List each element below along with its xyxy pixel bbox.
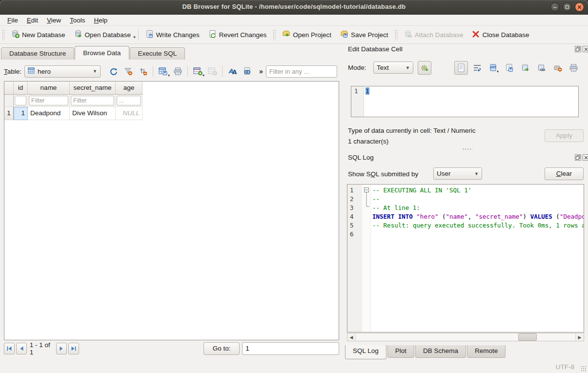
edit-cell-float-button[interactable] — [575, 46, 581, 52]
sql-log-hscrollbar[interactable]: ◀ ▶ — [347, 333, 584, 341]
filter-any-column-input[interactable] — [266, 65, 337, 78]
refresh-button[interactable] — [106, 65, 121, 78]
browse-separator-2 — [187, 66, 188, 77]
filter-input-name[interactable] — [29, 96, 68, 105]
link-icon — [537, 63, 546, 72]
menu-edit[interactable]: Edit — [22, 16, 42, 25]
clear-log-button[interactable]: Clear — [545, 167, 584, 180]
find-button[interactable] — [240, 65, 254, 78]
printer-icon — [173, 67, 182, 76]
table-label: Table: — [4, 68, 21, 75]
close-button[interactable] — [575, 2, 584, 12]
goto-button[interactable]: Go to: — [203, 342, 240, 355]
font-button[interactable]: AA — [225, 65, 240, 78]
resize-grip[interactable] — [581, 366, 587, 372]
mode-combo[interactable]: Text ▼ — [373, 62, 413, 74]
previous-page-button[interactable] — [16, 343, 27, 354]
export-to-file-button[interactable] — [504, 62, 515, 74]
scroll-track[interactable] — [355, 333, 576, 341]
revert-changes-label: Revert Changes — [219, 31, 267, 39]
filter-input-age[interactable] — [117, 96, 141, 105]
new-database-button[interactable]: New Database — [7, 27, 70, 42]
sql-log-close-button[interactable] — [583, 154, 588, 161]
apply-button[interactable]: Apply — [545, 129, 584, 142]
table-combo[interactable]: hero ▼ — [24, 65, 101, 78]
mode-combo-caret: ▼ — [401, 65, 410, 70]
new-record-dropdown-caret[interactable]: ▾ — [203, 73, 204, 78]
column-header-id[interactable]: id — [14, 82, 28, 95]
scroll-left-arrow[interactable]: ◀ — [347, 333, 355, 341]
cell-editor[interactable]: 1 1 — [351, 86, 579, 117]
cell-id[interactable]: 1 — [14, 107, 28, 120]
clear-filters-button[interactable] — [121, 65, 136, 78]
clear-sorting-button[interactable] — [136, 65, 150, 78]
print-cell-button[interactable] — [568, 62, 579, 74]
revert-changes-button[interactable]: Revert Changes — [204, 27, 271, 42]
close-database-button[interactable]: Close Database — [467, 28, 533, 42]
tab-browse-data[interactable]: Browse Data — [75, 46, 129, 60]
column-header-age[interactable]: age — [116, 82, 142, 95]
print-button[interactable] — [170, 65, 185, 78]
goto-input[interactable] — [242, 342, 339, 355]
cell-secret-name[interactable]: Dive Wilson — [70, 107, 116, 120]
menu-help[interactable]: Help — [90, 16, 112, 25]
first-page-button[interactable] — [4, 343, 15, 354]
import-dropdown-caret[interactable]: ▾ — [497, 69, 499, 74]
toolbar-drag-handle-3[interactable] — [395, 29, 398, 40]
menu-view[interactable]: View — [42, 16, 65, 25]
dock-tab-db-schema[interactable]: DB Schema — [415, 345, 466, 358]
edit-cell-close-button[interactable] — [583, 46, 588, 52]
delete-record-button[interactable] — [205, 65, 220, 78]
minimize-button[interactable] — [550, 2, 560, 12]
filter-input-id[interactable] — [15, 96, 26, 105]
save-project-button[interactable]: Save Project — [336, 27, 393, 42]
maximize-button[interactable] — [563, 2, 572, 12]
open-database-button[interactable]: Open Database — [70, 27, 136, 42]
cell-age-null[interactable]: NULL — [116, 107, 142, 120]
open-project-button[interactable]: Open Project — [278, 27, 336, 42]
scroll-thumb[interactable] — [518, 333, 537, 341]
table-combo-value: hero — [38, 68, 51, 75]
tab-database-structure[interactable]: Database Structure — [1, 47, 74, 60]
menu-file[interactable]: File — [3, 16, 22, 25]
attach-database-button[interactable]: Attach Database — [400, 27, 468, 42]
auto-switch-mode-button[interactable] — [418, 61, 431, 75]
filter-input-secret-name[interactable] — [71, 96, 114, 105]
new-record-button[interactable]: ▾ — [190, 65, 205, 78]
set-null-button[interactable] — [552, 62, 564, 74]
toolbar-overflow-chevron[interactable]: » — [259, 67, 263, 75]
toolbar-drag-handle[interactable] — [2, 29, 5, 40]
open-database-dropdown-caret[interactable]: ▾ — [133, 35, 136, 40]
tab-execute-sql[interactable]: Execute SQL — [130, 47, 185, 60]
column-header-name[interactable]: name — [28, 82, 70, 95]
toolbar-separator — [138, 29, 139, 40]
scroll-right-arrow[interactable]: ▶ — [576, 333, 584, 341]
row-header-1[interactable]: 1 — [4, 107, 14, 120]
word-wrap-button[interactable] — [471, 62, 483, 74]
last-page-button[interactable] — [68, 343, 79, 354]
write-changes-button[interactable]: Write Changes — [141, 27, 204, 42]
next-page-button[interactable] — [56, 343, 67, 354]
grid-corner-cell[interactable] — [4, 82, 14, 95]
export-table-dropdown-caret[interactable]: ▾ — [168, 73, 170, 78]
dock-tab-sql-log[interactable]: SQL Log — [345, 345, 386, 359]
text-format-button[interactable] — [454, 61, 468, 75]
menu-tools[interactable]: Tools — [65, 16, 90, 25]
gear-icon — [420, 63, 429, 72]
copy-link-button[interactable] — [536, 62, 547, 74]
fold-marker-icon[interactable] — [364, 187, 370, 208]
show-sql-combo[interactable]: User ▼ — [433, 167, 482, 180]
dock-tab-plot[interactable]: Plot — [387, 345, 414, 358]
svg-text:A: A — [232, 69, 237, 76]
dock-splitter-handle[interactable] — [462, 148, 473, 150]
cell-name[interactable]: Deadpond — [28, 107, 70, 120]
dock-tab-remote[interactable]: Remote — [467, 345, 506, 358]
export-table-button[interactable]: ▾ — [156, 65, 170, 78]
close-icon — [584, 47, 588, 51]
open-in-external-button[interactable] — [520, 62, 531, 74]
column-header-secret-name[interactable]: secret_name — [70, 82, 116, 95]
import-from-file-button[interactable]: ▾ — [487, 62, 499, 74]
sql-log-editor[interactable]: 1-- EXECUTING ALL IN 'SQL 1'2--3-- At li… — [347, 184, 584, 332]
toolbar-drag-handle-2[interactable] — [273, 29, 276, 40]
sql-log-float-button[interactable] — [575, 154, 581, 161]
